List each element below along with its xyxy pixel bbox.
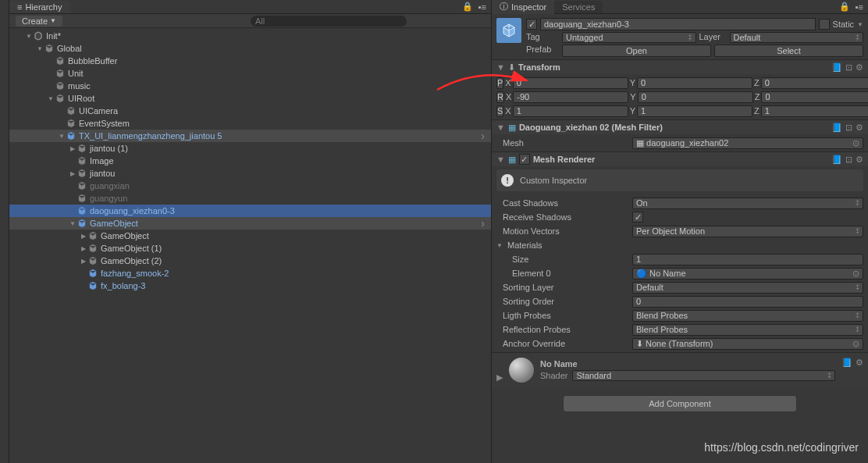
- tree-row[interactable]: ▼Global: [9, 42, 491, 55]
- prefab-icon: [87, 280, 98, 291]
- foldout-arrow-icon[interactable]: ▼: [58, 132, 66, 140]
- create-button[interactable]: Create ▼: [16, 16, 62, 27]
- cube-icon: [76, 193, 87, 204]
- inspector-tab-bar: ⓘ Inspector Services 🔒 ▪≡: [492, 0, 868, 14]
- material-sphere-icon: [509, 358, 534, 383]
- add-component-button[interactable]: Add Component: [563, 395, 797, 412]
- sorting-layer-dropdown[interactable]: Default: [632, 282, 863, 294]
- foldout-arrow-icon[interactable]: ▶: [80, 257, 87, 265]
- hierarchy-tab[interactable]: ≡ Hierarchy: [9, 1, 70, 13]
- tree-row[interactable]: ▶jiantou (1): [9, 142, 491, 155]
- tree-row[interactable]: ▼Init*: [9, 30, 491, 42]
- panel-menu-icon[interactable]: ▪≡: [476, 2, 486, 12]
- tree-row[interactable]: ▼TX_UI_lianmengzhanzheng_jiantou 5›: [9, 130, 491, 142]
- material-element-0-field[interactable]: 🔵 No Name: [632, 268, 863, 280]
- foldout-arrow-icon[interactable]: ▶: [80, 232, 87, 240]
- tree-row[interactable]: ▶GameObject: [9, 230, 491, 242]
- motion-vectors-dropdown[interactable]: Per Object Motion: [632, 226, 863, 237]
- component-presets-icon[interactable]: ⊡: [845, 62, 852, 73]
- foldout-arrow-icon[interactable]: ▶: [80, 244, 87, 252]
- component-settings-icon[interactable]: ⚙: [856, 358, 863, 368]
- tree-row[interactable]: UICamera: [9, 105, 491, 117]
- panel-menu-icon[interactable]: ▪≡: [853, 2, 863, 12]
- gameobject-icon[interactable]: [496, 18, 521, 43]
- reflection-probes-dropdown[interactable]: Blend Probes: [632, 324, 863, 336]
- foldout-arrow-icon[interactable]: ▼: [496, 62, 505, 72]
- transform-title: Transform: [518, 62, 828, 72]
- tree-row[interactable]: ▶jiantou: [9, 167, 491, 180]
- tree-row[interactable]: BubbleBuffer: [9, 55, 491, 67]
- position-y-input[interactable]: [637, 77, 752, 89]
- layer-dropdown[interactable]: Default: [730, 32, 864, 43]
- position-button[interactable]: P: [496, 77, 503, 89]
- component-settings-icon[interactable]: ⚙: [856, 62, 863, 73]
- component-settings-icon[interactable]: ⚙: [856, 155, 863, 165]
- scale-button[interactable]: S: [496, 105, 503, 117]
- dropdown-arrow-icon: ▼: [50, 17, 56, 24]
- inspector-tab[interactable]: ⓘ Inspector: [492, 0, 554, 14]
- foldout-arrow-icon[interactable]: ▶: [69, 144, 76, 152]
- meshrenderer-enabled-checkbox[interactable]: ✓: [519, 154, 530, 165]
- mesh-field[interactable]: ▦ daoguang_xiezhan02: [632, 137, 863, 149]
- sorting-order-input[interactable]: [632, 296, 863, 308]
- scale-z-input[interactable]: [761, 105, 868, 117]
- foldout-arrow-icon[interactable]: ▼: [47, 94, 55, 102]
- light-probes-dropdown[interactable]: Blend Probes: [632, 310, 863, 322]
- position-z-input[interactable]: [761, 77, 868, 89]
- static-dropdown-icon[interactable]: ▼: [857, 21, 863, 28]
- rotation-y-input[interactable]: [638, 91, 753, 103]
- hierarchy-tree[interactable]: ▼Init*▼GlobalBubbleBufferUnitmusic▼UIRoo…: [9, 28, 491, 463]
- scale-y-input[interactable]: [637, 105, 752, 117]
- rotation-button[interactable]: R: [496, 91, 504, 103]
- tree-row[interactable]: fx_bolang-3: [9, 280, 491, 292]
- rotation-z-input[interactable]: [761, 91, 868, 103]
- rotation-x-input[interactable]: [513, 91, 628, 103]
- hierarchy-search-input[interactable]: [251, 16, 407, 27]
- tree-row[interactable]: ▼GameObject›: [9, 217, 491, 230]
- foldout-arrow-icon[interactable]: ▼: [496, 155, 505, 164]
- foldout-arrow-icon[interactable]: ▶: [69, 169, 76, 177]
- tree-row[interactable]: ▶GameObject (2): [9, 255, 491, 267]
- tree-row[interactable]: guangyun: [9, 192, 491, 205]
- tree-row[interactable]: EventSystem: [9, 117, 491, 130]
- prefab-open-button[interactable]: Open: [562, 45, 711, 57]
- materials-size-input[interactable]: [632, 254, 863, 265]
- prop-label: Sorting Order: [496, 297, 629, 306]
- foldout-arrow-icon[interactable]: ▶: [496, 372, 503, 383]
- tree-row[interactable]: daoguang_xiezhan0-3: [9, 205, 491, 217]
- foldout-arrow-icon[interactable]: ▼: [496, 242, 504, 249]
- component-presets-icon[interactable]: ⊡: [845, 155, 852, 165]
- foldout-arrow-icon[interactable]: ▼: [36, 45, 44, 52]
- tree-row[interactable]: Image: [9, 155, 491, 167]
- prefab-select-button[interactable]: Select: [714, 45, 863, 57]
- shader-dropdown[interactable]: Standard: [572, 370, 835, 381]
- component-presets-icon[interactable]: ⊡: [845, 123, 852, 133]
- receive-shadows-checkbox[interactable]: ✓: [632, 212, 643, 223]
- static-checkbox[interactable]: [819, 19, 830, 30]
- position-x-input[interactable]: [513, 77, 628, 89]
- anchor-override-field[interactable]: ⬇ None (Transform): [632, 338, 863, 350]
- help-icon[interactable]: 📘: [831, 62, 842, 73]
- foldout-arrow-icon[interactable]: ▼: [496, 123, 505, 132]
- info-badge-icon: !: [501, 174, 514, 187]
- tree-row[interactable]: guangxian: [9, 180, 491, 192]
- foldout-arrow-icon[interactable]: ▼: [25, 32, 33, 40]
- lock-icon[interactable]: 🔒: [839, 2, 850, 12]
- tree-row[interactable]: ▶GameObject (1): [9, 242, 491, 255]
- help-icon[interactable]: 📘: [841, 358, 852, 368]
- tree-row[interactable]: Unit: [9, 67, 491, 80]
- tag-dropdown[interactable]: Untagged: [562, 32, 696, 43]
- gameobject-enabled-checkbox[interactable]: ✓: [526, 19, 537, 30]
- help-icon[interactable]: 📘: [831, 155, 842, 165]
- tree-row[interactable]: fazhang_smook-2: [9, 267, 491, 280]
- component-settings-icon[interactable]: ⚙: [856, 123, 863, 133]
- scale-x-input[interactable]: [513, 105, 628, 117]
- help-icon[interactable]: 📘: [831, 123, 842, 133]
- lock-icon[interactable]: 🔒: [462, 2, 473, 12]
- cast-shadows-dropdown[interactable]: On: [632, 198, 863, 209]
- tree-row[interactable]: ▼UIRoot: [9, 92, 491, 105]
- services-tab[interactable]: Services: [554, 1, 603, 13]
- foldout-arrow-icon[interactable]: ▼: [69, 219, 76, 227]
- gameobject-name-input[interactable]: [540, 18, 816, 30]
- tree-row[interactable]: music: [9, 80, 491, 92]
